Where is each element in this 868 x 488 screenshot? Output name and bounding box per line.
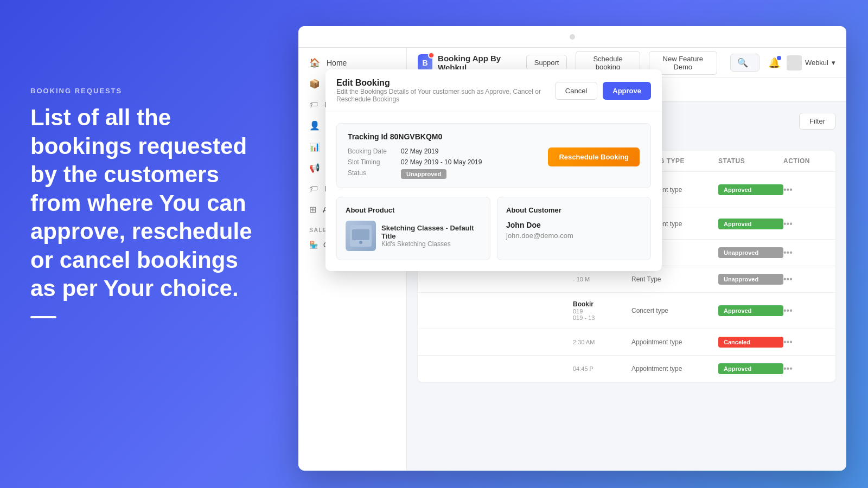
table-row: 04:45 P Appointment type Approved •••: [418, 356, 835, 382]
browser-dot: [570, 34, 575, 40]
browser-bar: [298, 26, 846, 48]
user-avatar: [787, 55, 802, 70]
modal-status-badge: Unapproved: [407, 169, 446, 179]
modal-description: Edit the Bookings Details of Your custom…: [407, 88, 555, 103]
notification-dot: [777, 56, 781, 60]
modal-header-buttons: Cancel Approve: [555, 82, 651, 100]
app-logo-icon: B: [418, 54, 432, 72]
slot-cell: 2:30 AM: [573, 339, 631, 345]
top-right: 🔔 Webkul ▾: [768, 55, 835, 70]
customers-icon: 👤: [309, 120, 320, 131]
reschedule-booking-button[interactable]: Reschedule Booking: [548, 147, 640, 166]
product-variant: Kid's Sketching Classes: [407, 240, 481, 248]
support-button[interactable]: Support: [526, 55, 567, 70]
left-panel: BOOKING REQUESTS List of all the booking…: [30, 87, 264, 318]
slot-timing-row: Slot Timing 02 May 2019 - 10 May 2019: [407, 158, 482, 166]
modal-bottom-cards: About Product S: [407, 197, 651, 260]
slot-cell: - 10 M: [573, 276, 631, 282]
app-layout: 🏠 Home 📦 Orders 114 🏷 Products 👤 Custome…: [298, 48, 846, 471]
modal-body: Tracking Id 80NGVBKQM0 Booking Date 02 M…: [407, 112, 662, 271]
tracking-details: Booking Date 02 May 2019 Slot Timing 02 …: [407, 147, 482, 179]
edit-booking-modal: Edit Booking Edit the Bookings Details o…: [407, 69, 662, 271]
about-product-title: About Product: [407, 206, 481, 214]
modal-customer-email: john.doe@demo.com: [506, 232, 642, 240]
slot-cell: Bookir 019 019 - 13: [573, 300, 631, 321]
status-badge: Approved: [718, 184, 783, 195]
action-dots[interactable]: •••: [783, 337, 827, 347]
about-customer-title: About Customer: [506, 206, 642, 214]
divider: [30, 316, 56, 318]
status-badge-canceled: Canceled: [718, 337, 783, 348]
action-dots[interactable]: •••: [783, 248, 827, 258]
action-dots[interactable]: •••: [783, 185, 827, 195]
home-icon: 🏠: [309, 57, 320, 68]
about-customer-card: About Customer John Doe john.doe@demo.co…: [497, 197, 651, 260]
status-badge: Approved: [718, 363, 783, 374]
col-action: Action: [783, 157, 827, 165]
main-content: B Booking App By Webkul Support Schedule…: [407, 48, 846, 471]
user-menu[interactable]: Webkul ▾: [787, 55, 835, 70]
status-badge: Unapproved: [718, 274, 783, 285]
marketing-icon: 📢: [309, 163, 320, 173]
modal-customer-name: John Doe: [506, 221, 642, 229]
status-badge: Approved: [718, 305, 783, 316]
notification-icon[interactable]: 🔔: [768, 57, 780, 69]
about-product-card: About Product S: [407, 197, 490, 260]
search-bar[interactable]: 🔍: [730, 54, 760, 72]
modal-title-section: Edit Booking Edit the Bookings Details o…: [407, 78, 555, 103]
status-badge: Unapproved: [718, 247, 783, 258]
table-row: 2:30 AM Appointment type Canceled •••: [418, 329, 835, 356]
action-dots[interactable]: •••: [783, 364, 827, 374]
action-dots[interactable]: •••: [783, 219, 827, 229]
tracking-section: Tracking Id 80NGVBKQM0 Booking Date 02 M…: [407, 123, 651, 188]
action-dots[interactable]: •••: [783, 306, 827, 316]
status-row: Status Unapproved: [407, 169, 482, 179]
col-status: Status: [718, 157, 783, 165]
analytics-icon: 📊: [309, 142, 320, 152]
status-badge: Approved: [718, 219, 783, 229]
app-logo-badge: [428, 52, 435, 59]
table-row: Bookir 019 019 - 13 Concert type Approve…: [418, 293, 835, 329]
action-dots[interactable]: •••: [783, 274, 827, 284]
product-info: Sketching Classes - Default Title Kid's …: [407, 224, 481, 248]
search-icon: 🔍: [737, 57, 748, 68]
slot-cell: 04:45 P: [573, 365, 631, 372]
browser-window: 🏠 Home 📦 Orders 114 🏷 Products 👤 Custome…: [298, 26, 846, 471]
apps-icon: ⊞: [309, 204, 316, 215]
products-icon: 🏷: [309, 100, 318, 110]
filter-button[interactable]: Filter: [799, 113, 835, 130]
product-name: Sketching Classes - Default Title: [407, 224, 481, 240]
product-row: Sketching Classes - Default Title Kid's …: [407, 221, 481, 251]
section-label: BOOKING REQUESTS: [30, 87, 264, 95]
modal-title: Edit Booking: [407, 78, 555, 88]
store-icon: 🏪: [309, 241, 318, 249]
modal-approve-button[interactable]: Approve: [603, 82, 651, 100]
discounts-icon: 🏷: [309, 184, 318, 194]
tracking-id: Tracking Id 80NGVBKQM0: [407, 132, 640, 141]
booking-date-row: Booking Date 02 May 2019: [407, 147, 482, 155]
section-heading: List of all the bookings requested by th…: [30, 104, 264, 303]
modal-header: Edit Booking Edit the Bookings Details o…: [407, 69, 662, 112]
modal-cancel-button[interactable]: Cancel: [555, 82, 597, 100]
chevron-down-icon: ▾: [832, 59, 835, 67]
orders-icon: 📦: [309, 79, 320, 89]
